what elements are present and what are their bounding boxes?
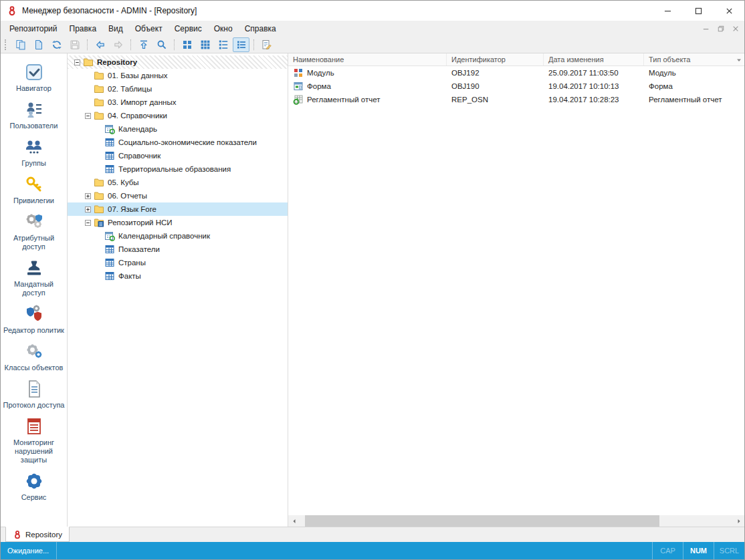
sidebar-item-access-log[interactable]: Протокол доступа	[1, 376, 67, 414]
column-header[interactable]: Тип объекта	[644, 53, 744, 65]
expander-plus-icon[interactable]	[85, 206, 91, 213]
cell-text: 25.09.2017 11:03:50	[548, 69, 619, 77]
tree-node[interactable]: Repository	[68, 55, 288, 69]
table-header: НаименованиеИдентификаторДата измененияТ…	[288, 53, 744, 66]
scroll-left-button[interactable]	[288, 515, 300, 527]
menu-window[interactable]: Окно	[208, 21, 239, 36]
sidebar-item-privileges[interactable]: Привилегии	[1, 172, 67, 209]
expander-plus-icon[interactable]	[85, 193, 91, 199]
save-button[interactable]	[66, 37, 83, 52]
form-icon	[293, 81, 304, 92]
expander-minus-icon[interactable]	[85, 220, 91, 226]
open-object-button[interactable]	[30, 37, 47, 52]
view-large-icons-button[interactable]	[179, 37, 195, 52]
tree-node[interactable]: 06. Отчеты	[68, 189, 288, 202]
back-button[interactable]	[92, 37, 108, 52]
expander-spacer	[85, 86, 91, 92]
horizontal-scrollbar	[288, 515, 744, 527]
cell-text: Регламентный отчет	[307, 96, 380, 104]
tree-node-label: 01. Базы данных	[108, 72, 168, 80]
tree-node[interactable]: Показатели	[68, 243, 288, 256]
sidebar-item-mandatory-access[interactable]: Мандатный доступ	[1, 255, 67, 301]
table-row[interactable]: МодульOBJ19225.09.2017 11:03:50Модуль	[288, 66, 744, 80]
tab-repository[interactable]: Repository	[5, 527, 70, 542]
column-filter-icon[interactable]	[736, 57, 742, 63]
table-row[interactable]: ФормаOBJ19019.04.2017 10:10:13Форма	[288, 80, 744, 93]
sidebar-item-label: Мандатный доступ	[3, 280, 66, 297]
column-header[interactable]: Идентификатор	[447, 53, 544, 65]
maximize-button[interactable]	[683, 1, 714, 21]
dictionary-icon	[104, 271, 115, 281]
expander-minus-icon[interactable]	[74, 59, 80, 65]
sidebar-item-service[interactable]: Сервис	[1, 468, 67, 506]
tree-node[interactable]: Справочник	[68, 149, 288, 162]
cell-text: 19.04.2017 10:10:13	[548, 82, 619, 90]
tree-node[interactable]: Календарный справочник	[68, 229, 288, 243]
search-button[interactable]	[153, 37, 170, 52]
menu-view[interactable]: Вид	[102, 21, 129, 36]
tree-node[interactable]: Репозиторий НСИ	[68, 216, 288, 229]
status-indicator-num: NUM	[683, 542, 714, 559]
key-icon	[25, 175, 43, 194]
main-area: НавигаторПользователиГруппыПривилегииАтр…	[1, 53, 744, 527]
view-small-icons-button[interactable]	[197, 37, 213, 52]
refresh-button[interactable]	[48, 37, 65, 52]
menu-service[interactable]: Сервис	[169, 21, 208, 36]
sidebar-item-violation-monitoring[interactable]: Мониторинг нарушений защиты	[1, 414, 67, 468]
up-level-button[interactable]	[135, 37, 152, 52]
menu-object[interactable]: Объект	[129, 21, 169, 36]
mdi-minimize-button[interactable]	[703, 25, 710, 32]
properties-button[interactable]	[258, 37, 275, 52]
folder-icon	[94, 110, 104, 121]
tree-node[interactable]: Факты	[68, 269, 288, 283]
menu-help[interactable]: Справка	[239, 21, 282, 36]
tree-node[interactable]: 04. Справочники	[68, 109, 288, 122]
tree-node[interactable]: 05. Кубы	[68, 176, 288, 189]
view-details-button[interactable]	[233, 37, 249, 52]
cell-text: Форма	[649, 82, 673, 90]
view-list-button[interactable]	[215, 37, 231, 52]
sidebar-item-navigator[interactable]: Навигатор	[1, 59, 67, 97]
minimize-button[interactable]	[652, 1, 683, 21]
expander-spacer	[96, 126, 102, 132]
column-header-label: Тип объекта	[649, 55, 690, 63]
sidebar-item-groups[interactable]: Группы	[1, 134, 67, 172]
tree-node[interactable]: Календарь	[68, 122, 288, 136]
tree-node[interactable]: 01. Базы данных	[68, 69, 288, 82]
status-indicator-scrl: SCRL	[714, 542, 744, 559]
new-object-button[interactable]	[12, 37, 29, 52]
mdi-restore-button[interactable]	[718, 25, 724, 32]
tree-node[interactable]: 02. Таблицы	[68, 82, 288, 96]
tree-node[interactable]: Социально-экономические показатели	[68, 136, 288, 149]
column-header[interactable]: Наименование	[288, 53, 447, 65]
forward-button[interactable]	[110, 37, 126, 52]
mdi-close-button[interactable]	[732, 25, 739, 32]
sidebar-item-policy-editor[interactable]: Редактор политик	[1, 301, 67, 339]
tree-node[interactable]: 03. Импорт данных	[68, 96, 288, 109]
column-header[interactable]: Дата изменения	[544, 53, 644, 65]
table-row[interactable]: Регламентный отчетREP_OSN19.04.2017 10:2…	[288, 93, 744, 106]
tree-node[interactable]: Страны	[68, 256, 288, 269]
sidebar-item-label: Редактор политик	[3, 326, 64, 335]
app-logo-icon	[13, 530, 22, 539]
menu-edit[interactable]: Правка	[64, 21, 103, 36]
scrollbar-track[interactable]	[300, 515, 733, 527]
menubar-spacer	[282, 21, 703, 36]
app-window: Менеджер безопасности - ADMIN - [Reposit…	[0, 0, 745, 560]
maximize-icon	[695, 7, 702, 15]
tree-node[interactable]: Территориальные образования	[68, 162, 288, 176]
table-cell: Регламентный отчет	[288, 93, 447, 106]
sidebar-item-attribute-access[interactable]: Атрибутный доступ	[1, 209, 67, 255]
menu-repository[interactable]: Репозиторий	[3, 21, 64, 36]
close-button[interactable]	[714, 1, 744, 21]
table-cell: REP_OSN	[447, 93, 544, 106]
tree-node[interactable]: 07. Язык Fore	[68, 202, 288, 216]
tree-node-label: Календарный справочник	[118, 232, 210, 240]
scroll-right-button[interactable]	[733, 515, 744, 527]
scrollbar-thumb[interactable]	[305, 515, 659, 527]
sidebar-item-users[interactable]: Пользователи	[1, 97, 67, 134]
cell-text: 19.04.2017 10:28:23	[548, 96, 619, 104]
sidebar-item-object-classes[interactable]: Классы объектов	[1, 339, 67, 376]
expander-minus-icon[interactable]	[85, 113, 91, 119]
toolbar-grip[interactable]	[5, 39, 8, 50]
